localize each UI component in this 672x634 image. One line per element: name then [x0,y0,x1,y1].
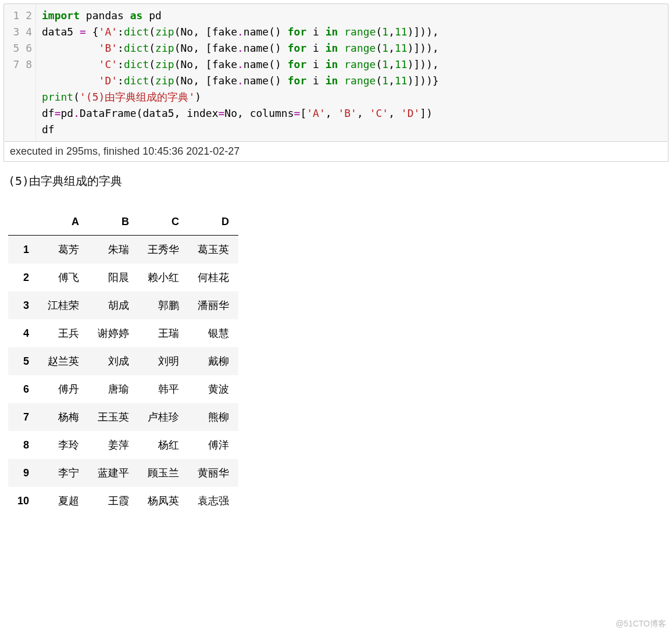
code-token: (No, [fake [174,58,237,70]
code-token: print [42,91,73,103]
code-token: 'C' [99,58,118,70]
table-row: 9李宁蓝建平顾玉兰黄丽华 [8,459,238,487]
code-token: ]) [420,107,432,119]
code-token: 1 [382,58,388,70]
code-token: 'A' [99,26,118,38]
code-token: name() [244,42,288,54]
df-cell: 王霞 [88,487,138,515]
df-cell: 杨红 [138,431,188,459]
df-cell: 李玲 [38,431,88,459]
table-row: 3江桂荣胡成郭鹏潘丽华 [8,291,238,319]
code-token [338,42,344,54]
code-token [42,74,99,87]
code-token: for [288,74,307,87]
df-cell: 顾玉兰 [138,459,188,487]
df-cell: 蓝建平 [88,459,138,487]
df-row-index: 1 [8,236,38,264]
code-token: 'A' [306,107,326,119]
code-token: )])), [408,26,439,38]
code-token: 1 [382,26,388,38]
df-cell: 王瑞 [138,319,188,347]
df-cell: 葛芳 [38,236,88,264]
code-token: 11 [395,58,408,70]
table-row: 5赵兰英刘成刘明戴柳 [8,347,238,375]
code-token: data5 [42,26,80,38]
code-token: i [306,26,326,38]
code-token: (No, [fake [174,42,237,54]
df-cell: 黄丽华 [188,459,238,487]
code-line: 'B':dict(zip(No, [fake.name() for i in r… [42,40,663,56]
code-token: name() [244,58,288,70]
code-token: for [288,42,307,54]
df-cell: 潘丽华 [188,291,238,319]
df-cell: 阳晨 [88,263,138,291]
code-token: 11 [395,74,408,87]
code-token: DataFrame(data5, index [80,107,218,119]
table-row: 2傅飞阳晨赖小红何桂花 [8,263,238,291]
df-cell: 赖小红 [138,263,188,291]
code-token: . [237,58,244,70]
df-cell: 熊柳 [188,403,238,431]
code-token: . [237,26,244,38]
code-token: in [326,74,338,87]
df-cell: 王兵 [38,319,88,347]
df-cell: 卢桂珍 [138,403,188,431]
table-row: 8李玲姜萍杨红傅洋 [8,431,238,459]
code-token: ( [376,74,382,87]
table-row: 7杨梅王玉英卢桂珍熊柳 [8,403,238,431]
df-cell: 杨凤英 [138,487,188,515]
code-token: zip [155,58,174,70]
df-col-header: B [88,209,138,236]
code-token: '(5)由字典组成的字典' [80,91,195,103]
df-cell: 刘成 [88,347,138,375]
code-token: ( [149,74,155,87]
code-token: zip [155,42,174,54]
df-col-header: C [138,209,188,236]
df-col-header: D [188,209,238,236]
code-token: pandas [80,9,130,22]
code-token: : [117,58,124,70]
code-token: ) [195,91,201,103]
code-token: import [42,9,80,22]
code-token: , [357,107,370,119]
code-token: range [344,58,376,70]
code-token: )])), [408,42,439,54]
df-row-index: 7 [8,403,38,431]
dataframe-output: ABCD 1葛芳朱瑞王秀华葛玉英2傅飞阳晨赖小红何桂花3江桂荣胡成郭鹏潘丽华4王… [0,191,672,521]
code-token: as [130,9,143,22]
code-token: : [117,74,124,87]
code-token: , [388,42,395,54]
code-token [42,58,99,70]
table-row: 1葛芳朱瑞王秀华葛玉英 [8,236,238,264]
code-line: print('(5)由字典组成的字典') [42,89,663,105]
code-editor[interactable]: import pandas as pddata5 = {'A':dict(zip… [35,4,668,141]
code-token: dict [124,42,149,54]
code-token: 'D' [99,74,118,87]
df-cell: 姜萍 [88,431,138,459]
df-corner [8,209,38,236]
df-row-index: 5 [8,347,38,375]
code-token: ( [149,58,155,70]
code-token: i [306,58,326,70]
code-token [338,26,344,38]
code-token: ( [149,42,155,54]
code-token: name() [244,26,288,38]
code-token: df [42,123,55,136]
df-cell: 何桂花 [188,263,238,291]
code-cell[interactable]: 1 2 3 4 5 6 7 8 import pandas as pddata5… [3,3,669,142]
code-token: No, columns [224,107,294,119]
line-number-gutter: 1 2 3 4 5 6 7 8 [4,4,35,141]
stdout-output: (5)由字典组成的字典 [0,162,672,191]
code-token: df [42,107,55,119]
code-token: 1 [382,74,388,87]
df-cell: 葛玉英 [188,236,238,264]
code-token: , [388,26,395,38]
code-token: dict [124,74,149,87]
df-cell: 戴柳 [188,347,238,375]
df-cell: 李宁 [38,459,88,487]
code-token: ( [376,26,382,38]
code-token: 'D' [401,107,420,119]
df-cell: 郭鹏 [138,291,188,319]
df-row-index: 8 [8,431,38,459]
execution-status: executed in 295ms, finished 10:45:36 202… [3,142,669,162]
